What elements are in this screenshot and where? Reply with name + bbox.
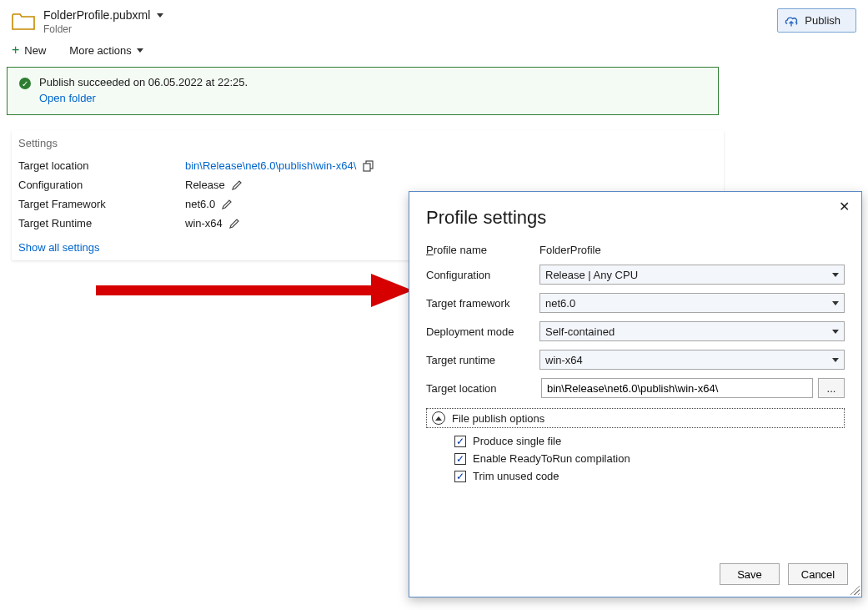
trim-unused-checkbox[interactable]: ✓ Trim unused code — [454, 470, 845, 482]
target-framework-value: net6.0 — [185, 198, 215, 210]
configuration-combo[interactable]: Release | Any CPU — [539, 265, 845, 285]
deployment-mode-combo[interactable]: Self-contained — [539, 321, 845, 341]
svg-rect-1 — [364, 164, 370, 171]
target-runtime-combo[interactable]: win-x64 — [539, 350, 845, 370]
file-publish-options-label: File publish options — [452, 412, 544, 425]
new-button[interactable]: + New — [12, 43, 46, 57]
save-button[interactable]: Save — [720, 563, 780, 585]
target-location-link[interactable]: bin\Release\net6.0\publish\win-x64\ — [185, 159, 356, 172]
svg-marker-3 — [371, 274, 413, 307]
configuration-value: Release — [185, 179, 225, 191]
dialog-footer: Save Cancel — [409, 555, 861, 597]
profile-name-label: Profile name — [426, 244, 536, 256]
chevron-down-icon — [832, 330, 839, 334]
profile-dropdown[interactable]: FolderProfile.pubxml — [43, 8, 163, 22]
cancel-button[interactable]: Cancel — [788, 563, 848, 585]
more-actions-dropdown[interactable]: More actions — [69, 44, 143, 57]
browse-button[interactable]: ... — [818, 378, 845, 398]
file-publish-options-expander[interactable]: File publish options — [426, 408, 845, 428]
checkbox-checked-icon: ✓ — [454, 471, 466, 482]
title-block: FolderProfile.pubxml Folder — [43, 8, 163, 35]
browse-button-label: ... — [827, 382, 836, 395]
target-location-input[interactable] — [541, 378, 813, 398]
publish-icon — [785, 15, 798, 27]
close-button[interactable]: ✕ — [835, 197, 853, 217]
target-runtime-combo-value: win-x64 — [545, 354, 583, 366]
resize-grip[interactable] — [850, 585, 860, 595]
chevron-down-icon — [157, 13, 163, 18]
dialog-body: Profile settings Profile name FolderProf… — [409, 192, 861, 555]
more-actions-label: More actions — [69, 44, 131, 57]
produce-single-file-label: Produce single file — [473, 435, 561, 447]
header-left: FolderProfile.pubxml Folder — [12, 8, 163, 35]
configuration-label: Configuration — [18, 179, 185, 191]
chevron-down-icon — [832, 358, 839, 362]
plus-icon: + — [12, 43, 19, 57]
target-runtime-value: win-x64 — [185, 217, 223, 229]
profile-name-value: FolderProfile — [539, 244, 845, 256]
target-location-row: Target location ... — [426, 378, 845, 398]
success-icon: ✓ — [19, 78, 31, 89]
target-runtime-field-label: Target runtime — [426, 354, 536, 366]
configuration-field-label: Configuration — [426, 269, 536, 281]
produce-single-file-checkbox[interactable]: ✓ Produce single file — [454, 435, 845, 447]
publish-status-notice: ✓ Publish succeeded on 06.05.2022 at 22:… — [7, 67, 719, 115]
pencil-icon[interactable] — [232, 180, 242, 190]
ready-to-run-label: Enable ReadyToRun compilation — [473, 452, 630, 465]
profile-settings-dialog: ✕ Profile settings Profile name FolderPr… — [409, 191, 862, 597]
chevron-up-icon — [432, 411, 445, 425]
open-folder-link[interactable]: Open folder — [39, 92, 248, 104]
folder-icon — [12, 12, 35, 30]
publish-button-label: Publish — [805, 14, 840, 27]
target-framework-label: Target Framework — [18, 198, 185, 210]
target-framework-field-label: Target framework — [426, 297, 536, 310]
target-runtime-row: Target runtime win-x64 — [426, 350, 845, 370]
toolbar: + New More actions — [0, 38, 868, 67]
pencil-icon[interactable] — [229, 219, 239, 229]
settings-title: Settings — [18, 137, 717, 149]
notice-message: Publish succeeded on 06.05.2022 at 22:25… — [39, 76, 248, 88]
new-button-label: New — [24, 44, 46, 57]
show-all-settings-link[interactable]: Show all settings — [18, 241, 100, 254]
header: FolderProfile.pubxml Folder Publish — [0, 0, 868, 38]
target-framework-combo[interactable]: net6.0 — [539, 293, 845, 313]
target-location-field-label: Target location — [426, 382, 536, 395]
copy-icon[interactable] — [363, 160, 374, 172]
checkbox-checked-icon: ✓ — [454, 436, 466, 447]
arrow-annotation — [96, 274, 413, 307]
svg-rect-2 — [96, 285, 371, 295]
pencil-icon[interactable] — [222, 199, 232, 209]
target-location-value-row: bin\Release\net6.0\publish\win-x64\ — [185, 159, 717, 172]
target-framework-row: Target framework net6.0 — [426, 293, 845, 313]
configuration-combo-value: Release | Any CPU — [545, 269, 638, 281]
deployment-mode-row: Deployment mode Self-contained — [426, 321, 845, 341]
trim-unused-label: Trim unused code — [473, 470, 559, 482]
dialog-title: Profile settings — [426, 207, 845, 229]
target-framework-combo-value: net6.0 — [545, 297, 575, 310]
profile-type-label: Folder — [43, 23, 163, 35]
configuration-value-row: Release — [185, 179, 717, 191]
deployment-mode-combo-value: Self-contained — [545, 325, 615, 338]
target-runtime-label: Target Runtime — [18, 217, 185, 229]
deployment-mode-field-label: Deployment mode — [426, 325, 536, 338]
chevron-down-icon — [832, 273, 839, 277]
checkbox-checked-icon: ✓ — [454, 453, 466, 465]
profile-file-name: FolderProfile.pubxml — [43, 8, 150, 22]
publish-button[interactable]: Publish — [777, 8, 856, 33]
notice-body: Publish succeeded on 06.05.2022 at 22:25… — [39, 76, 248, 104]
ready-to-run-checkbox[interactable]: ✓ Enable ReadyToRun compilation — [454, 452, 845, 465]
configuration-row: Configuration Release | Any CPU — [426, 265, 845, 285]
chevron-down-icon — [137, 48, 143, 53]
chevron-down-icon — [832, 301, 839, 305]
target-location-label: Target location — [18, 159, 185, 172]
profile-name-row: Profile name FolderProfile — [426, 244, 845, 256]
